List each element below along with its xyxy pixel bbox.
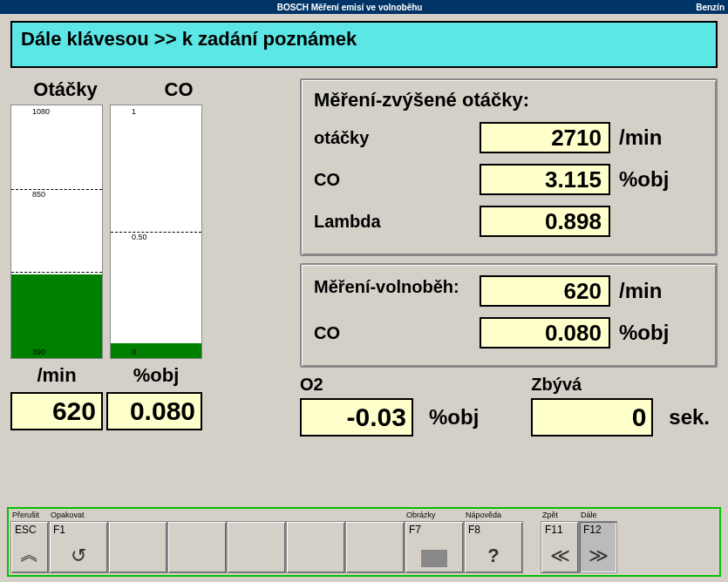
images-icon — [405, 550, 463, 567]
gauge-co: 1 0.50 0 — [110, 105, 202, 359]
fkey-f8-label: Nápověda — [464, 511, 523, 521]
high-lambda-value: 0.898 — [480, 206, 610, 237]
gauge-co-tick-bot: 0 — [111, 348, 136, 356]
title-bar: BOSCH Měření emisí ve volnoběhu Benzín — [0, 0, 728, 14]
gauge-rpm-tick-bot: 390 — [11, 348, 45, 356]
idle-rpm-value: 620 — [480, 275, 610, 307]
remain-label: Zbývá — [531, 375, 710, 395]
co-value-box: 0.080 — [106, 392, 202, 430]
high-rpm-value: 2710 — [480, 122, 610, 153]
row-high-rpm: otáčky 2710 /min — [314, 120, 704, 155]
panel-high-title: Měření-zvýšené otáčky: — [314, 89, 704, 112]
row-idle-co: CO 0.080 %obj — [314, 315, 704, 350]
gauge-co-unit: %obj — [110, 364, 202, 387]
fkey-f11[interactable]: F11 ≪ — [541, 521, 579, 573]
o2-label: O2 — [300, 375, 479, 395]
title-mode: Benzín — [696, 3, 725, 12]
fkey-esc[interactable]: ESC ︽ — [10, 521, 49, 573]
title-text: BOSCH Měření emisí ve volnoběhu — [3, 3, 696, 12]
fkey-f11-label: Zpět — [541, 511, 579, 521]
fkey-f7-label: Obrázky — [405, 511, 464, 521]
gauge-co-tick-mid: 0.50 — [111, 232, 201, 241]
o2-value: -0.03 — [300, 398, 413, 436]
panel-idle: Měření-volnoběh: 620 /min CO 0.080 %obj — [300, 263, 718, 368]
row-idle-rpm: Měření-volnoběh: 620 /min — [314, 274, 704, 308]
remain-unit: sek. — [660, 405, 710, 430]
fkey-f8[interactable]: F8 ? — [464, 521, 523, 573]
instruction-text: Dále klávesou >> k zadání poznámek — [21, 28, 357, 51]
fkey-esc-label: Přerušit — [10, 511, 49, 521]
gauge-rpm-tick-top: 1080 — [11, 105, 102, 116]
row-high-co: CO 3.115 %obj — [314, 162, 704, 197]
gauge-co-tick-top: 1 — [111, 105, 201, 116]
panel-high-rpm: Měření-zvýšené otáčky: otáčky 2710 /min … — [300, 78, 718, 256]
help-icon: ? — [465, 545, 522, 567]
repeat-icon: ↺ — [50, 545, 107, 567]
function-key-bar: Přerušit Opakovat Obrázky Nápověda Zpět … — [7, 507, 721, 577]
rpm-value-box: 620 — [10, 392, 103, 430]
gauge-rpm-header: Otáčky — [26, 78, 105, 101]
fkey-f12[interactable]: F12 ≫ — [579, 521, 617, 573]
fkey-f3[interactable] — [167, 521, 227, 573]
gauge-co-header: CO — [139, 78, 218, 101]
remain-value: 0 — [531, 398, 653, 436]
fkey-f4[interactable] — [227, 521, 286, 573]
fkey-f6[interactable] — [345, 521, 405, 573]
fkey-f1-label: Opakovat — [49, 511, 108, 521]
gauge-rpm-tick-mid: 850 — [11, 189, 102, 199]
fkey-f5[interactable] — [286, 521, 345, 573]
chevron-left-icon: ≪ — [541, 545, 578, 567]
o2-unit: %obj — [420, 405, 479, 430]
fkey-f12-label: Dále — [579, 511, 617, 521]
fkey-f7[interactable]: F7 — [405, 521, 464, 573]
gauge-rpm-fill — [11, 274, 102, 358]
chevron-right-icon: ≫ — [580, 545, 616, 567]
gauge-rpm: 1080 850 620 390 — [10, 105, 103, 359]
idle-co-value: 0.080 — [480, 317, 610, 349]
row-high-lambda: Lambda 0.898 — [314, 204, 704, 239]
high-co-value: 3.115 — [480, 164, 610, 195]
instruction-banner: Dále klávesou >> k zadání poznámek — [10, 21, 718, 68]
fkey-f1[interactable]: F1 ↺ — [49, 521, 108, 573]
chevron-up-icon: ︽ — [11, 541, 48, 567]
fkey-f2[interactable] — [108, 521, 167, 573]
gauge-rpm-unit: /min — [10, 364, 103, 387]
